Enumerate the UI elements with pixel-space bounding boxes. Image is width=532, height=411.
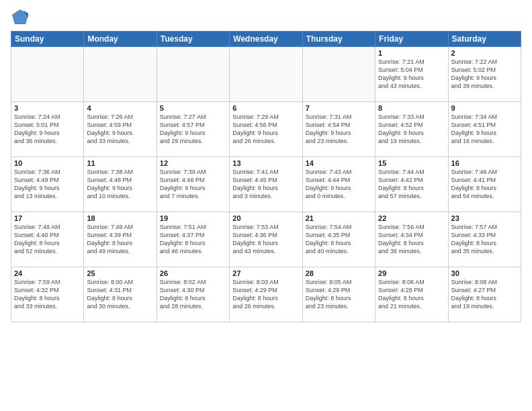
- calendar-cell: 10Sunrise: 7:36 AM Sunset: 4:49 PM Dayli…: [11, 157, 84, 212]
- calendar-cell: 27Sunrise: 8:03 AM Sunset: 4:29 PM Dayli…: [230, 267, 302, 322]
- weekday-header: Monday: [84, 32, 157, 47]
- calendar-week-row: 24Sunrise: 7:59 AM Sunset: 4:32 PM Dayli…: [11, 267, 521, 322]
- day-info: Sunrise: 7:44 AM Sunset: 4:42 PM Dayligh…: [378, 168, 445, 201]
- day-info: Sunrise: 7:41 AM Sunset: 4:45 PM Dayligh…: [232, 168, 299, 201]
- day-number: 11: [87, 159, 153, 167]
- calendar-week-row: 10Sunrise: 7:36 AM Sunset: 4:49 PM Dayli…: [11, 157, 521, 212]
- day-number: 17: [14, 214, 81, 222]
- calendar-cell: [302, 47, 375, 102]
- day-info: Sunrise: 7:31 AM Sunset: 4:54 PM Dayligh…: [306, 113, 372, 146]
- day-number: 7: [306, 104, 372, 112]
- calendar: SundayMondayTuesdayWednesdayThursdayFrid…: [11, 31, 521, 322]
- calendar-week-row: 3Sunrise: 7:24 AM Sunset: 5:01 PM Daylig…: [11, 102, 521, 157]
- weekday-header: Friday: [375, 32, 448, 47]
- day-info: Sunrise: 7:24 AM Sunset: 5:01 PM Dayligh…: [14, 113, 81, 146]
- day-info: Sunrise: 7:26 AM Sunset: 4:59 PM Dayligh…: [87, 113, 153, 146]
- day-info: Sunrise: 7:34 AM Sunset: 4:51 PM Dayligh…: [451, 113, 518, 146]
- calendar-header-row: SundayMondayTuesdayWednesdayThursdayFrid…: [11, 32, 521, 47]
- day-info: Sunrise: 7:29 AM Sunset: 4:56 PM Dayligh…: [232, 113, 299, 146]
- day-info: Sunrise: 7:49 AM Sunset: 4:39 PM Dayligh…: [87, 223, 153, 256]
- day-info: Sunrise: 8:05 AM Sunset: 4:29 PM Dayligh…: [306, 278, 372, 311]
- day-info: Sunrise: 7:48 AM Sunset: 4:40 PM Dayligh…: [14, 223, 81, 256]
- day-number: 12: [160, 159, 226, 167]
- day-info: Sunrise: 8:02 AM Sunset: 4:30 PM Dayligh…: [160, 278, 226, 311]
- day-number: 28: [306, 269, 372, 277]
- day-info: Sunrise: 7:54 AM Sunset: 4:35 PM Dayligh…: [306, 223, 372, 256]
- day-info: Sunrise: 7:21 AM Sunset: 5:04 PM Dayligh…: [378, 58, 445, 91]
- weekday-header: Tuesday: [157, 32, 229, 47]
- day-number: 14: [306, 159, 372, 167]
- day-number: 21: [306, 214, 372, 222]
- day-number: 25: [87, 269, 153, 277]
- page: SundayMondayTuesdayWednesdayThursdayFrid…: [0, 0, 532, 411]
- day-number: 5: [160, 104, 226, 112]
- calendar-cell: 1Sunrise: 7:21 AM Sunset: 5:04 PM Daylig…: [375, 47, 448, 102]
- calendar-cell: 30Sunrise: 8:08 AM Sunset: 4:27 PM Dayli…: [448, 267, 521, 322]
- day-number: 9: [451, 104, 518, 112]
- day-number: 8: [378, 104, 445, 112]
- weekday-header: Wednesday: [230, 32, 302, 47]
- day-number: 1: [378, 49, 445, 57]
- calendar-cell: 20Sunrise: 7:53 AM Sunset: 4:36 PM Dayli…: [230, 212, 302, 267]
- calendar-cell: [84, 47, 157, 102]
- calendar-cell: 17Sunrise: 7:48 AM Sunset: 4:40 PM Dayli…: [11, 212, 84, 267]
- calendar-cell: 13Sunrise: 7:41 AM Sunset: 4:45 PM Dayli…: [230, 157, 302, 212]
- calendar-cell: 18Sunrise: 7:49 AM Sunset: 4:39 PM Dayli…: [84, 212, 157, 267]
- day-number: 18: [87, 214, 153, 222]
- day-info: Sunrise: 7:43 AM Sunset: 4:44 PM Dayligh…: [306, 168, 372, 201]
- calendar-cell: 15Sunrise: 7:44 AM Sunset: 4:42 PM Dayli…: [375, 157, 448, 212]
- day-info: Sunrise: 8:06 AM Sunset: 4:28 PM Dayligh…: [378, 278, 445, 311]
- header: [11, 8, 521, 27]
- calendar-cell: [230, 47, 302, 102]
- day-info: Sunrise: 7:39 AM Sunset: 4:46 PM Dayligh…: [160, 168, 226, 201]
- day-number: 22: [378, 214, 445, 222]
- calendar-cell: [157, 47, 229, 102]
- calendar-cell: 9Sunrise: 7:34 AM Sunset: 4:51 PM Daylig…: [448, 102, 521, 157]
- weekday-header: Thursday: [302, 32, 375, 47]
- day-number: 3: [14, 104, 81, 112]
- calendar-cell: 16Sunrise: 7:46 AM Sunset: 4:41 PM Dayli…: [448, 157, 521, 212]
- day-number: 16: [451, 159, 518, 167]
- day-info: Sunrise: 7:53 AM Sunset: 4:36 PM Dayligh…: [232, 223, 299, 256]
- day-info: Sunrise: 7:59 AM Sunset: 4:32 PM Dayligh…: [14, 278, 81, 311]
- calendar-cell: 14Sunrise: 7:43 AM Sunset: 4:44 PM Dayli…: [302, 157, 375, 212]
- day-info: Sunrise: 7:27 AM Sunset: 4:57 PM Dayligh…: [160, 113, 226, 146]
- calendar-cell: 19Sunrise: 7:51 AM Sunset: 4:37 PM Dayli…: [157, 212, 229, 267]
- day-number: 15: [378, 159, 445, 167]
- day-number: 13: [232, 159, 299, 167]
- day-info: Sunrise: 7:22 AM Sunset: 5:02 PM Dayligh…: [451, 58, 518, 91]
- calendar-cell: 5Sunrise: 7:27 AM Sunset: 4:57 PM Daylig…: [157, 102, 229, 157]
- weekday-header: Saturday: [448, 32, 521, 47]
- calendar-cell: 2Sunrise: 7:22 AM Sunset: 5:02 PM Daylig…: [448, 47, 521, 102]
- logo-icon: [11, 8, 30, 27]
- day-number: 19: [160, 214, 226, 222]
- day-info: Sunrise: 7:33 AM Sunset: 4:52 PM Dayligh…: [378, 113, 445, 146]
- day-info: Sunrise: 8:00 AM Sunset: 4:31 PM Dayligh…: [87, 278, 153, 311]
- calendar-week-row: 1Sunrise: 7:21 AM Sunset: 5:04 PM Daylig…: [11, 47, 521, 102]
- calendar-cell: 6Sunrise: 7:29 AM Sunset: 4:56 PM Daylig…: [230, 102, 302, 157]
- calendar-cell: 22Sunrise: 7:56 AM Sunset: 4:34 PM Dayli…: [375, 212, 448, 267]
- day-info: Sunrise: 7:38 AM Sunset: 4:48 PM Dayligh…: [87, 168, 153, 201]
- day-number: 6: [232, 104, 299, 112]
- day-number: 10: [14, 159, 81, 167]
- day-info: Sunrise: 7:46 AM Sunset: 4:41 PM Dayligh…: [451, 168, 518, 201]
- day-info: Sunrise: 7:36 AM Sunset: 4:49 PM Dayligh…: [14, 168, 81, 201]
- day-number: 30: [451, 269, 518, 277]
- day-number: 4: [87, 104, 153, 112]
- day-info: Sunrise: 7:56 AM Sunset: 4:34 PM Dayligh…: [378, 223, 445, 256]
- calendar-cell: 24Sunrise: 7:59 AM Sunset: 4:32 PM Dayli…: [11, 267, 84, 322]
- calendar-cell: 12Sunrise: 7:39 AM Sunset: 4:46 PM Dayli…: [157, 157, 229, 212]
- calendar-cell: 4Sunrise: 7:26 AM Sunset: 4:59 PM Daylig…: [84, 102, 157, 157]
- day-info: Sunrise: 8:08 AM Sunset: 4:27 PM Dayligh…: [451, 278, 518, 311]
- calendar-cell: [11, 47, 84, 102]
- day-number: 24: [14, 269, 81, 277]
- calendar-cell: 28Sunrise: 8:05 AM Sunset: 4:29 PM Dayli…: [302, 267, 375, 322]
- day-number: 27: [232, 269, 299, 277]
- calendar-cell: 21Sunrise: 7:54 AM Sunset: 4:35 PM Dayli…: [302, 212, 375, 267]
- day-number: 26: [160, 269, 226, 277]
- logo: [11, 8, 32, 27]
- calendar-cell: 29Sunrise: 8:06 AM Sunset: 4:28 PM Dayli…: [375, 267, 448, 322]
- calendar-cell: 7Sunrise: 7:31 AM Sunset: 4:54 PM Daylig…: [302, 102, 375, 157]
- calendar-cell: 23Sunrise: 7:57 AM Sunset: 4:33 PM Dayli…: [448, 212, 521, 267]
- calendar-week-row: 17Sunrise: 7:48 AM Sunset: 4:40 PM Dayli…: [11, 212, 521, 267]
